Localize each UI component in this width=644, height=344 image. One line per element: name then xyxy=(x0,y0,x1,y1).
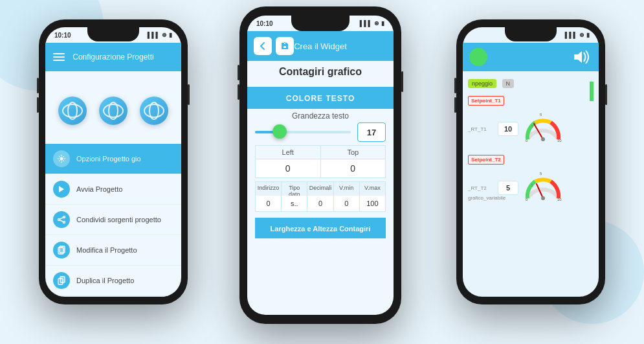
menu-label-modifica: Modifica il Progetto xyxy=(76,246,137,254)
larghezza-section: Larghezza e Altezza Contagiri xyxy=(255,218,386,238)
slider-fill xyxy=(255,131,274,133)
setpoint-t1-row-label: _RT_T1 xyxy=(468,126,494,132)
svg-text:10: 10 xyxy=(557,139,562,143)
grafico-label: grafico_variabile xyxy=(468,195,505,201)
green-status-dot xyxy=(469,48,487,66)
larghezza-label: Larghezza e Altezza Contagiri xyxy=(271,225,371,233)
badges-row: npeggio N xyxy=(468,76,594,91)
right-content: npeggio N Setpoint_T1 _RT_T1 10 xyxy=(463,71,599,214)
svg-text:10: 10 xyxy=(557,198,562,201)
center-phone: 10:10 ▌▌▌ ⊛ ▮ Crea il Widget Contagiri g… xyxy=(239,6,401,324)
slider-track[interactable] xyxy=(255,131,351,133)
left-label: Left xyxy=(256,146,321,159)
left-value[interactable]: 0 xyxy=(256,159,321,178)
right-battery-icon: ▮ xyxy=(586,32,590,38)
menu-label-duplica: Duplica il Progetto xyxy=(76,277,134,284)
menu-label-avvia: Avvia Progetto xyxy=(76,185,122,193)
menu-item-duplica[interactable]: Duplica il Progetto xyxy=(45,266,181,296)
svg-point-0 xyxy=(60,157,63,161)
save-button[interactable] xyxy=(276,37,294,55)
left-battery-icon: ▮ xyxy=(169,32,172,38)
svg-point-3 xyxy=(63,222,65,224)
center-time: 10:10 xyxy=(256,20,273,27)
left-status-icons: ▌▌▌ ⊛ ▮ xyxy=(148,32,172,38)
gauge-t1: 0 5 10 5 xyxy=(522,108,564,150)
left-time: 10:10 xyxy=(54,32,71,39)
hamburger-icon[interactable] xyxy=(53,53,65,61)
campeggio-badge: npeggio xyxy=(468,79,496,88)
svg-marker-11 xyxy=(574,51,582,63)
slider-thumb[interactable] xyxy=(272,124,287,139)
svg-text:5: 5 xyxy=(531,124,533,128)
gear-icon xyxy=(53,150,70,167)
menu-item-modifica[interactable]: Modifica il Progetto xyxy=(45,235,181,266)
svg-point-2 xyxy=(63,216,65,218)
svg-text:5: 5 xyxy=(540,172,542,176)
on-badge: N xyxy=(502,79,515,88)
svg-rect-8 xyxy=(60,246,65,253)
top-label: Top xyxy=(321,146,386,159)
center-phone-screen: 10:10 ▌▌▌ ⊛ ▮ Crea il Widget Contagiri g… xyxy=(247,16,394,315)
setpoint-t1-row: _RT_T1 10 xyxy=(468,108,594,150)
svg-text:5: 5 xyxy=(540,113,542,117)
menu-item-avvia[interactable]: Avvia Progetto xyxy=(45,174,181,205)
right-header xyxy=(463,43,599,71)
left-phone: 10:10 ▌▌▌ ⊛ ▮ Configurazione Progetti xyxy=(39,19,188,304)
td-tipo[interactable]: s.. xyxy=(282,196,307,211)
menu-label-condividi: Condividi sorgenti progetto xyxy=(76,216,161,224)
center-signal-icon: ▌▌▌ xyxy=(360,20,372,27)
left-phone-screen: 10:10 ▌▌▌ ⊛ ▮ Configurazione Progetti xyxy=(45,27,181,297)
duplicate-icon xyxy=(53,272,70,289)
green-bar xyxy=(590,82,594,101)
setpoint-t1-input[interactable]: 10 xyxy=(498,122,518,136)
center-status-icons: ▌▌▌ ⊛ ▮ xyxy=(360,20,384,27)
setpoint-t2-input[interactable]: 5 xyxy=(498,181,518,195)
back-button[interactable] xyxy=(254,37,272,55)
color-section: COLORE TESTO xyxy=(247,87,394,109)
edit-icon xyxy=(53,242,70,258)
svg-line-6 xyxy=(60,220,63,222)
menu-item-opzioni[interactable]: Opzioni Progetto gio xyxy=(45,144,181,174)
app-icon-2[interactable] xyxy=(97,95,129,127)
globe-icon-1 xyxy=(58,97,87,125)
setpoint-label-t1-container: Setpoint_T1 xyxy=(468,96,594,106)
color-section-label: COLORE TESTO xyxy=(286,94,355,103)
setpoint-label-t2-container: Setpoint_T2 xyxy=(468,155,594,165)
menu-item-condividi[interactable]: Condividi sorgenti progetto xyxy=(45,205,181,235)
left-header: Configurazione Progetti xyxy=(45,43,181,71)
svg-point-4 xyxy=(58,219,60,221)
top-value[interactable]: 0 xyxy=(321,159,386,178)
left-icons-row xyxy=(45,84,181,137)
slider-value: 17 xyxy=(357,122,386,142)
setpoint-t1-label: Setpoint_T1 xyxy=(468,96,504,106)
grandezza-label: Grandezza testo xyxy=(247,109,394,123)
globe-icon-2 xyxy=(99,97,128,125)
speaker-control[interactable] xyxy=(573,50,591,64)
td-vmin[interactable]: 0 xyxy=(334,196,360,211)
right-signal-icon: ▌▌▌ xyxy=(565,32,577,38)
left-wifi-icon: ⊛ xyxy=(162,32,167,38)
center-wifi-icon: ⊛ xyxy=(374,20,379,27)
td-decimali[interactable]: 0 xyxy=(307,196,333,211)
globe-icon-3 xyxy=(140,97,168,125)
right-phone-screen: ▌▌▌ ⊛ ▮ xyxy=(463,27,599,297)
app-icon-1[interactable] xyxy=(56,95,89,127)
svg-marker-1 xyxy=(59,186,64,192)
app-icon-3[interactable] xyxy=(138,95,170,127)
setpoints-section: Setpoint_T1 _RT_T1 10 xyxy=(468,96,594,209)
left-menu: Opzioni Progetto gio Avvia Progetto Cond… xyxy=(45,144,181,296)
svg-point-13 xyxy=(541,137,545,141)
position-values-row: 0 0 xyxy=(255,159,386,178)
setpoint-t2-label: Setpoint_T2 xyxy=(468,155,504,165)
td-vmax[interactable]: 100 xyxy=(360,196,385,211)
td-indirizzo[interactable]: 0 xyxy=(256,196,282,211)
center-subtitle: Contagiri grafico xyxy=(247,61,394,83)
svg-point-19 xyxy=(541,196,545,200)
setpoint-t2-row: _RT_T2 5 0 5 xyxy=(468,167,594,209)
menu-label-opzioni: Opzioni Progetto gio xyxy=(76,155,141,163)
setpoint-t2-row-label: _RT_T2 xyxy=(468,185,494,191)
share-icon xyxy=(53,211,70,228)
center-battery-icon: ▮ xyxy=(381,20,384,27)
center-header-title: Crea il Widget xyxy=(294,41,347,51)
svg-text:5: 5 xyxy=(531,183,533,187)
